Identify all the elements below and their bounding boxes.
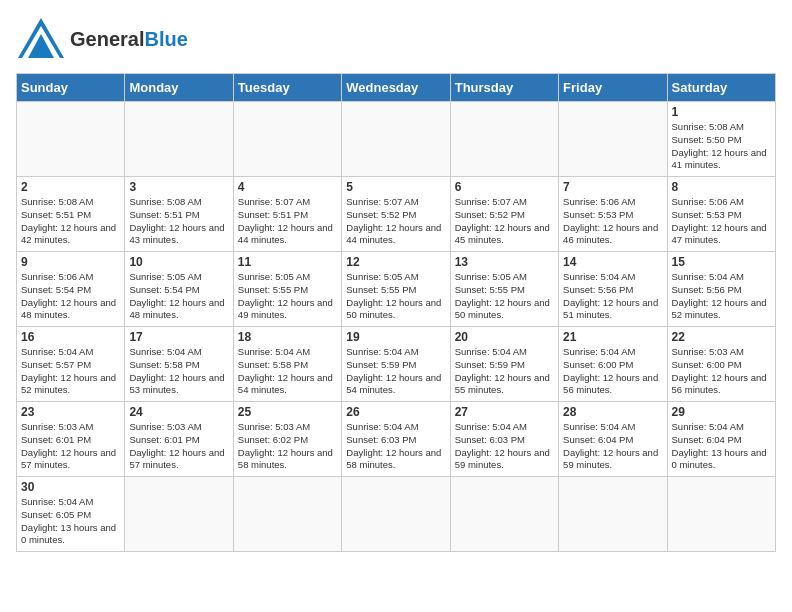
calendar-cell: [450, 477, 558, 552]
cell-info: Sunrise: 5:04 AM Sunset: 5:58 PM Dayligh…: [238, 346, 337, 397]
calendar-cell: [233, 102, 341, 177]
calendar-cell: 4Sunrise: 5:07 AM Sunset: 5:51 PM Daylig…: [233, 177, 341, 252]
day-header-saturday: Saturday: [667, 74, 775, 102]
day-number: 25: [238, 405, 337, 419]
calendar-cell: [667, 477, 775, 552]
cell-info: Sunrise: 5:03 AM Sunset: 6:02 PM Dayligh…: [238, 421, 337, 472]
calendar-cell: 30Sunrise: 5:04 AM Sunset: 6:05 PM Dayli…: [17, 477, 125, 552]
calendar-cell: 3Sunrise: 5:08 AM Sunset: 5:51 PM Daylig…: [125, 177, 233, 252]
cell-info: Sunrise: 5:04 AM Sunset: 6:03 PM Dayligh…: [346, 421, 445, 472]
calendar-cell: 19Sunrise: 5:04 AM Sunset: 5:59 PM Dayli…: [342, 327, 450, 402]
calendar-header-row: SundayMondayTuesdayWednesdayThursdayFrid…: [17, 74, 776, 102]
cell-info: Sunrise: 5:04 AM Sunset: 6:05 PM Dayligh…: [21, 496, 120, 547]
calendar-week-row: 1Sunrise: 5:08 AM Sunset: 5:50 PM Daylig…: [17, 102, 776, 177]
calendar-cell: 11Sunrise: 5:05 AM Sunset: 5:55 PM Dayli…: [233, 252, 341, 327]
day-number: 1: [672, 105, 771, 119]
day-number: 27: [455, 405, 554, 419]
calendar-cell: 18Sunrise: 5:04 AM Sunset: 5:58 PM Dayli…: [233, 327, 341, 402]
logo-blue-text: Blue: [144, 28, 187, 50]
cell-info: Sunrise: 5:06 AM Sunset: 5:53 PM Dayligh…: [672, 196, 771, 247]
cell-info: Sunrise: 5:04 AM Sunset: 6:00 PM Dayligh…: [563, 346, 662, 397]
cell-info: Sunrise: 5:03 AM Sunset: 6:00 PM Dayligh…: [672, 346, 771, 397]
day-number: 24: [129, 405, 228, 419]
day-number: 29: [672, 405, 771, 419]
calendar-cell: [450, 102, 558, 177]
day-number: 7: [563, 180, 662, 194]
calendar-table: SundayMondayTuesdayWednesdayThursdayFrid…: [16, 73, 776, 552]
cell-info: Sunrise: 5:04 AM Sunset: 5:59 PM Dayligh…: [455, 346, 554, 397]
calendar-cell: 6Sunrise: 5:07 AM Sunset: 5:52 PM Daylig…: [450, 177, 558, 252]
day-number: 10: [129, 255, 228, 269]
day-number: 9: [21, 255, 120, 269]
cell-info: Sunrise: 5:04 AM Sunset: 6:03 PM Dayligh…: [455, 421, 554, 472]
calendar-cell: [125, 477, 233, 552]
day-number: 21: [563, 330, 662, 344]
calendar-cell: 5Sunrise: 5:07 AM Sunset: 5:52 PM Daylig…: [342, 177, 450, 252]
day-number: 15: [672, 255, 771, 269]
cell-info: Sunrise: 5:08 AM Sunset: 5:51 PM Dayligh…: [21, 196, 120, 247]
calendar-cell: 10Sunrise: 5:05 AM Sunset: 5:54 PM Dayli…: [125, 252, 233, 327]
calendar-week-row: 2Sunrise: 5:08 AM Sunset: 5:51 PM Daylig…: [17, 177, 776, 252]
day-number: 6: [455, 180, 554, 194]
cell-info: Sunrise: 5:07 AM Sunset: 5:52 PM Dayligh…: [455, 196, 554, 247]
calendar-cell: 14Sunrise: 5:04 AM Sunset: 5:56 PM Dayli…: [559, 252, 667, 327]
calendar-cell: 24Sunrise: 5:03 AM Sunset: 6:01 PM Dayli…: [125, 402, 233, 477]
day-number: 8: [672, 180, 771, 194]
day-number: 30: [21, 480, 120, 494]
day-number: 20: [455, 330, 554, 344]
day-number: 19: [346, 330, 445, 344]
logo-general: General: [70, 28, 144, 50]
calendar-cell: [559, 102, 667, 177]
calendar-cell: 26Sunrise: 5:04 AM Sunset: 6:03 PM Dayli…: [342, 402, 450, 477]
cell-info: Sunrise: 5:05 AM Sunset: 5:54 PM Dayligh…: [129, 271, 228, 322]
cell-info: Sunrise: 5:05 AM Sunset: 5:55 PM Dayligh…: [346, 271, 445, 322]
calendar-cell: 8Sunrise: 5:06 AM Sunset: 5:53 PM Daylig…: [667, 177, 775, 252]
header: GeneralBlue: [16, 16, 776, 61]
cell-info: Sunrise: 5:08 AM Sunset: 5:51 PM Dayligh…: [129, 196, 228, 247]
calendar-cell: 9Sunrise: 5:06 AM Sunset: 5:54 PM Daylig…: [17, 252, 125, 327]
day-header-thursday: Thursday: [450, 74, 558, 102]
day-number: 13: [455, 255, 554, 269]
calendar-cell: 22Sunrise: 5:03 AM Sunset: 6:00 PM Dayli…: [667, 327, 775, 402]
calendar-cell: 23Sunrise: 5:03 AM Sunset: 6:01 PM Dayli…: [17, 402, 125, 477]
cell-info: Sunrise: 5:04 AM Sunset: 6:04 PM Dayligh…: [672, 421, 771, 472]
day-number: 28: [563, 405, 662, 419]
calendar-cell: 2Sunrise: 5:08 AM Sunset: 5:51 PM Daylig…: [17, 177, 125, 252]
calendar-week-row: 30Sunrise: 5:04 AM Sunset: 6:05 PM Dayli…: [17, 477, 776, 552]
cell-info: Sunrise: 5:03 AM Sunset: 6:01 PM Dayligh…: [129, 421, 228, 472]
cell-info: Sunrise: 5:04 AM Sunset: 5:56 PM Dayligh…: [563, 271, 662, 322]
cell-info: Sunrise: 5:04 AM Sunset: 5:57 PM Dayligh…: [21, 346, 120, 397]
calendar-cell: 27Sunrise: 5:04 AM Sunset: 6:03 PM Dayli…: [450, 402, 558, 477]
day-header-sunday: Sunday: [17, 74, 125, 102]
calendar-cell: 7Sunrise: 5:06 AM Sunset: 5:53 PM Daylig…: [559, 177, 667, 252]
calendar-cell: 17Sunrise: 5:04 AM Sunset: 5:58 PM Dayli…: [125, 327, 233, 402]
day-header-monday: Monday: [125, 74, 233, 102]
calendar-cell: 29Sunrise: 5:04 AM Sunset: 6:04 PM Dayli…: [667, 402, 775, 477]
day-number: 11: [238, 255, 337, 269]
day-number: 2: [21, 180, 120, 194]
calendar-week-row: 9Sunrise: 5:06 AM Sunset: 5:54 PM Daylig…: [17, 252, 776, 327]
calendar-cell: [559, 477, 667, 552]
day-number: 12: [346, 255, 445, 269]
calendar-cell: [17, 102, 125, 177]
calendar-cell: 13Sunrise: 5:05 AM Sunset: 5:55 PM Dayli…: [450, 252, 558, 327]
calendar-cell: 28Sunrise: 5:04 AM Sunset: 6:04 PM Dayli…: [559, 402, 667, 477]
day-number: 4: [238, 180, 337, 194]
cell-info: Sunrise: 5:05 AM Sunset: 5:55 PM Dayligh…: [455, 271, 554, 322]
logo-icon: [16, 16, 66, 61]
cell-info: Sunrise: 5:08 AM Sunset: 5:50 PM Dayligh…: [672, 121, 771, 172]
day-number: 18: [238, 330, 337, 344]
logo: GeneralBlue: [16, 16, 188, 61]
calendar-cell: 25Sunrise: 5:03 AM Sunset: 6:02 PM Dayli…: [233, 402, 341, 477]
calendar-cell: 21Sunrise: 5:04 AM Sunset: 6:00 PM Dayli…: [559, 327, 667, 402]
day-number: 23: [21, 405, 120, 419]
calendar-cell: 20Sunrise: 5:04 AM Sunset: 5:59 PM Dayli…: [450, 327, 558, 402]
calendar-cell: 16Sunrise: 5:04 AM Sunset: 5:57 PM Dayli…: [17, 327, 125, 402]
calendar-cell: 1Sunrise: 5:08 AM Sunset: 5:50 PM Daylig…: [667, 102, 775, 177]
day-number: 16: [21, 330, 120, 344]
day-number: 22: [672, 330, 771, 344]
day-number: 14: [563, 255, 662, 269]
cell-info: Sunrise: 5:06 AM Sunset: 5:54 PM Dayligh…: [21, 271, 120, 322]
calendar-week-row: 23Sunrise: 5:03 AM Sunset: 6:01 PM Dayli…: [17, 402, 776, 477]
cell-info: Sunrise: 5:06 AM Sunset: 5:53 PM Dayligh…: [563, 196, 662, 247]
